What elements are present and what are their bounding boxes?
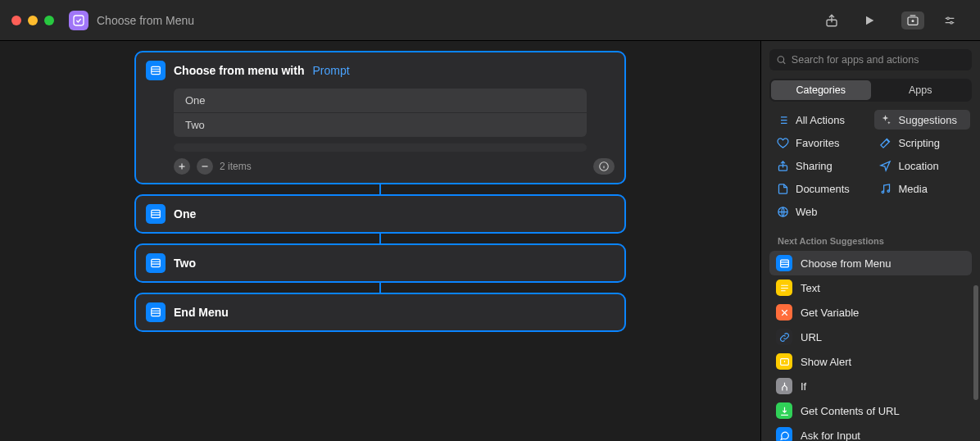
suggestion-label: If [801,380,806,393]
run-icon[interactable] [862,13,877,28]
window-title: Choose from Menu [97,14,194,27]
globe-icon [776,205,789,218]
category-label: Sharing [796,160,833,172]
menu-item-label: Two [174,113,587,137]
svg-rect-6 [152,66,161,74]
end-menu-block[interactable]: End Menu [134,293,626,332]
flow-connector [379,234,381,243]
music-note-icon [879,182,892,195]
tab-apps[interactable]: Apps [871,80,971,100]
sidebar-scrollbar[interactable] [973,285,978,400]
prompt-parameter[interactable]: Prompt [312,64,349,77]
category-grid: All Actions Suggestions Favorites Script… [761,110,980,231]
suggestion-item[interactable]: Choose from Menu [769,251,972,275]
category-label: Favorites [796,137,839,149]
heart-icon [776,136,789,149]
menu-item-row[interactable]: One [174,89,587,113]
suggestion-item[interactable]: Text [769,275,972,300]
case-label: One [174,207,196,220]
end-menu-label: End Menu [174,306,229,319]
info-button[interactable] [593,158,615,175]
category-all-actions[interactable]: All Actions [771,110,868,130]
category-scripting[interactable]: Scripting [874,133,971,152]
suggestion-item[interactable]: Ask for Input [769,423,972,441]
menu-icon [776,255,792,271]
menu-case-icon [146,253,166,273]
suggestion-item[interactable]: URL [769,325,972,349]
remove-item-button[interactable] [197,158,213,175]
tab-categories[interactable]: Categories [771,80,871,100]
menu-end-icon [146,302,166,322]
alert-icon [776,353,792,370]
flow-connector [379,184,381,194]
category-label: Location [899,160,939,172]
category-label: Documents [796,183,850,195]
category-favorites[interactable]: Favorites [771,133,868,152]
search-input[interactable] [792,54,965,66]
category-label: Suggestions [899,114,958,126]
item-count-label: 2 items [220,161,252,172]
suggestion-item[interactable]: Show Alert [769,349,972,374]
svg-rect-8 [152,210,161,217]
search-field[interactable] [769,49,972,70]
menu-item-row[interactable]: Two [174,113,587,137]
svg-point-11 [778,57,784,63]
menu-case-one[interactable]: One [134,194,626,234]
new-item-placeholder[interactable] [174,143,587,152]
add-item-button[interactable] [174,158,190,175]
suggestion-label: URL [801,331,822,343]
share-up-icon [776,159,789,172]
suggestion-label: Get Contents of URL [801,405,900,417]
category-label: Web [796,206,818,218]
suggestion-item[interactable]: If [769,374,972,398]
svg-rect-16 [780,260,788,267]
menu-case-icon [146,204,166,224]
list-icon [776,113,789,126]
menu-case-two[interactable]: Two [134,243,626,283]
library-segmented-control: Categories Apps [769,79,972,102]
text-icon [776,280,792,296]
category-web[interactable]: Web [771,202,868,221]
share-icon[interactable] [824,13,839,28]
editor-canvas: Choose from menu with Prompt One Two 2 i… [0,41,760,441]
search-icon [776,54,787,66]
close-window-button[interactable] [11,16,21,25]
choose-from-menu-action[interactable]: Choose from menu with Prompt One Two 2 i… [134,51,626,184]
menu-item-label: One [174,89,587,112]
download-icon [776,402,792,419]
category-documents[interactable]: Documents [771,179,868,198]
branch-icon [776,378,792,394]
minimize-window-button[interactable] [28,16,38,25]
menu-items-list: One Two [174,89,587,137]
category-sharing[interactable]: Sharing [771,156,868,175]
case-label: Two [174,257,196,270]
svg-point-5 [951,21,953,24]
category-label: All Actions [796,114,845,126]
wand-icon [879,136,892,149]
settings-sliders-icon[interactable] [939,11,960,30]
shortcut-app-icon [69,11,88,30]
svg-rect-9 [152,259,161,266]
svg-rect-0 [74,16,84,25]
category-media[interactable]: Media [874,179,971,198]
library-toggle-icon[interactable] [901,11,924,30]
suggestion-item[interactable]: Get Contents of URL [769,398,972,423]
category-location[interactable]: Location [874,156,971,175]
flow-connector [379,283,381,293]
zoom-window-button[interactable] [44,16,54,25]
document-icon [776,182,789,195]
category-suggestions[interactable]: Suggestions [874,110,971,130]
suggestions-heading: Next Action Suggestions [761,231,980,251]
suggestion-label: Text [801,282,820,294]
link-icon [776,329,792,345]
category-label: Media [899,183,928,195]
svg-point-4 [947,17,950,20]
location-arrow-icon [879,159,892,172]
suggestion-list: Choose from MenuTextGet VariableURLShow … [761,251,980,441]
var-icon [776,304,792,321]
suggestion-item[interactable]: Get Variable [769,300,972,325]
action-title: Choose from menu with [174,64,304,77]
suggestion-label: Choose from Menu [801,257,892,270]
svg-rect-10 [152,308,161,316]
sparkle-icon [879,113,892,126]
